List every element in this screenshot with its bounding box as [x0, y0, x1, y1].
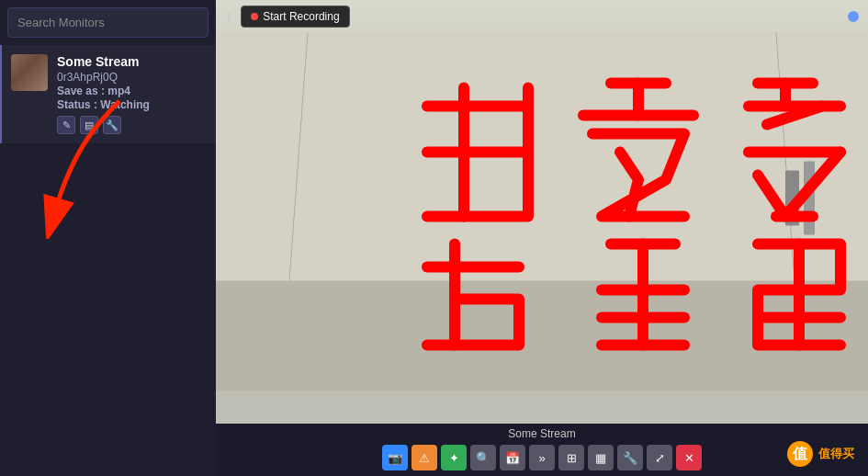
stream-list-item[interactable]: Some Stream 0r3AhpRj0Q Save as : mp4 Sta… — [0, 45, 216, 143]
record-label: Start Recording — [263, 10, 339, 23]
close-button[interactable]: ✕ — [676, 445, 702, 470]
video-background — [216, 0, 868, 424]
record-dot — [251, 13, 258, 20]
stream-status: Status : Watching — [57, 98, 207, 111]
stream-number: 1 — [225, 10, 231, 24]
stream-info: Some Stream 0r3AhpRj0Q Save as : mp4 Sta… — [57, 54, 207, 134]
edit-icon[interactable]: ✎ — [57, 116, 75, 134]
watermark-text: 值得买 — [818, 446, 854, 462]
warning-button[interactable]: ⚠ — [411, 445, 437, 470]
sidebar: Some Stream 0r3AhpRj0Q Save as : mp4 Sta… — [0, 0, 216, 476]
watermark-icon: 值 — [787, 441, 813, 467]
status-circle — [848, 11, 859, 22]
camera-button[interactable]: 📷 — [382, 445, 408, 470]
stream-save: Save as : mp4 — [57, 85, 207, 97]
toolbar: 📷 ⚠ ✦ 🔍 📅 » ⊞ ▦ 🔧 ⤢ ✕ — [382, 445, 702, 470]
bottom-stream-label: Some Stream — [508, 427, 575, 440]
video-topbar: 1 Start Recording — [216, 0, 868, 33]
settings-button[interactable]: 🔧 — [617, 445, 643, 470]
wrench-icon[interactable]: 🔧 — [103, 116, 121, 134]
video-bottom-bar: Some Stream 📷 ⚠ ✦ 🔍 📅 » ⊞ ▦ 🔧 ⤢ ✕ — [216, 424, 868, 476]
film-button[interactable]: ▦ — [588, 445, 614, 470]
calendar-button[interactable]: 📅 — [500, 445, 525, 470]
record-button[interactable]: Start Recording — [241, 6, 349, 28]
search-input[interactable] — [7, 7, 209, 38]
topbar-left: 1 Start Recording — [225, 6, 350, 28]
svg-rect-2 — [216, 281, 868, 391]
stream-name: Some Stream — [57, 54, 207, 69]
expand-button[interactable]: ⤢ — [647, 445, 672, 470]
grid-button[interactable]: ⊞ — [558, 445, 584, 470]
avatar — [11, 54, 48, 91]
video-container: 1 Start Recording — [216, 0, 868, 424]
zoom-button[interactable]: 🔍 — [470, 445, 496, 470]
more-button[interactable]: » — [529, 445, 555, 470]
stream-id: 0r3AhpRj0Q — [57, 71, 207, 84]
main-content: 1 Start Recording — [216, 0, 868, 476]
stream-action-icons: ✎ ▤ 🔧 — [57, 116, 207, 134]
watermark: 值 值得买 — [787, 441, 854, 467]
graffiti-overlay — [216, 0, 868, 424]
monitor-icon[interactable]: ▤ — [80, 116, 98, 134]
plug-button[interactable]: ✦ — [441, 445, 467, 470]
topbar-right — [848, 11, 859, 22]
